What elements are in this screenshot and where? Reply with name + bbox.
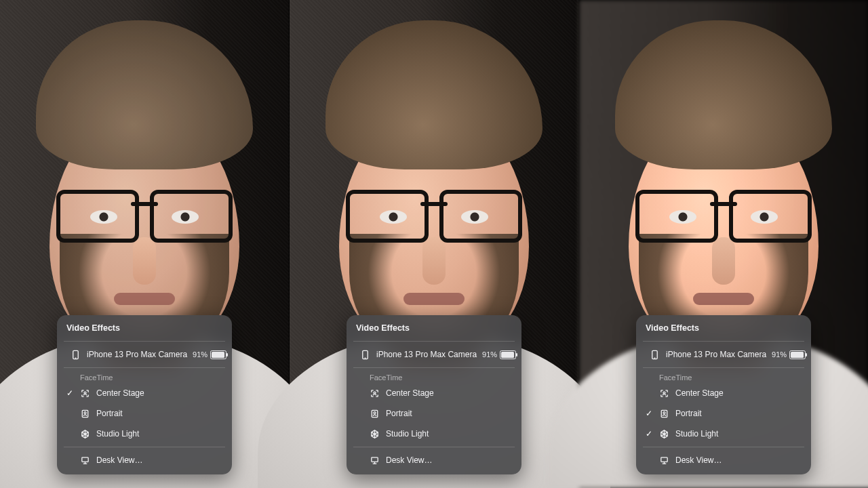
desk-view-icon [80, 455, 91, 466]
desk-view-label: Desk View… [96, 455, 224, 465]
effect-option-label: Portrait [675, 409, 803, 418]
studio-light-icon [659, 429, 670, 439]
checkmark-icon: ✓ [65, 388, 75, 398]
svg-point-2 [84, 392, 86, 394]
battery-status: 91% [193, 350, 226, 359]
divider [643, 367, 804, 368]
portrait-icon [80, 409, 91, 419]
panel-title: Video Effects [636, 322, 811, 338]
device-row[interactable]: iPhone 13 Pro Max Camera 91% [347, 344, 521, 365]
effects-option-list: Center Stage Portrait Studio Light [347, 383, 521, 444]
panel-title: Video Effects [57, 322, 232, 338]
desk-view-icon [659, 455, 670, 466]
effect-option-center-stage[interactable]: Center Stage [636, 383, 811, 403]
divider [353, 447, 515, 447]
camera-pane: Video Effects iPhone 13 Pro Max Camera 9… [290, 0, 579, 488]
effect-option-label: Portrait [386, 409, 513, 418]
effect-option-label: Studio Light [96, 429, 224, 439]
device-row[interactable]: iPhone 13 Pro Max Camera 91% [57, 344, 232, 365]
center-stage-icon [659, 388, 670, 399]
divider [353, 367, 515, 368]
effect-option-studio-light[interactable]: ✓ Studio Light [636, 424, 811, 444]
device-row[interactable]: iPhone 13 Pro Max Camera 91% [636, 344, 811, 365]
divider [64, 341, 225, 342]
battery-icon [210, 350, 226, 359]
camera-pane: Video Effects iPhone 13 Pro Max Camera 9… [579, 0, 868, 488]
desk-view-item[interactable]: Desk View… [347, 450, 521, 470]
desk-view-icon [370, 455, 380, 466]
effect-option-studio-light[interactable]: Studio Light [57, 424, 232, 444]
effects-option-list: ✓ Center Stage Portrait Studio Light [57, 383, 232, 444]
device-label: iPhone 13 Pro Max Camera [87, 350, 187, 359]
device-label: iPhone 13 Pro Max Camera [376, 350, 477, 359]
studio-light-icon [80, 429, 91, 439]
portrait-icon [659, 409, 670, 419]
effect-option-label: Portrait [96, 409, 224, 418]
effect-option-portrait[interactable]: ✓ Portrait [636, 403, 811, 424]
section-header: FaceTime [347, 371, 521, 383]
divider [64, 367, 225, 368]
desk-view-label: Desk View… [386, 455, 513, 465]
checkmark-icon: ✓ [644, 409, 654, 418]
studio-light-icon [370, 429, 380, 439]
effect-option-label: Studio Light [386, 429, 513, 439]
center-stage-icon [80, 388, 91, 399]
svg-point-20 [663, 411, 665, 413]
smartphone-icon [650, 350, 660, 360]
svg-point-4 [84, 411, 86, 413]
video-effects-panel: Video Effects iPhone 13 Pro Max Camera 9… [347, 315, 521, 474]
effect-option-portrait[interactable]: Portrait [57, 403, 232, 424]
battery-icon [789, 350, 806, 359]
divider [353, 341, 515, 342]
effect-option-label: Center Stage [386, 388, 513, 398]
svg-rect-13 [372, 457, 378, 462]
checkmark-icon: ✓ [644, 429, 654, 439]
divider [64, 447, 225, 447]
effect-option-studio-light[interactable]: Studio Light [347, 424, 521, 444]
camera-pane: Video Effects iPhone 13 Pro Max Camera 9… [0, 0, 290, 488]
effect-option-center-stage[interactable]: Center Stage [347, 383, 521, 403]
smartphone-icon [71, 350, 81, 360]
desk-view-item[interactable]: Desk View… [636, 450, 811, 470]
portrait-icon [370, 409, 380, 419]
svg-rect-21 [661, 457, 667, 462]
svg-point-18 [663, 392, 665, 394]
comparison-row: Video Effects iPhone 13 Pro Max Camera 9… [0, 0, 868, 488]
section-header: FaceTime [636, 371, 811, 383]
svg-point-12 [374, 411, 376, 413]
divider [643, 341, 804, 342]
effect-option-label: Center Stage [675, 388, 803, 398]
effect-option-center-stage[interactable]: ✓ Center Stage [57, 383, 232, 403]
battery-status: 91% [482, 350, 516, 359]
svg-point-10 [374, 392, 376, 394]
effect-option-label: Center Stage [96, 388, 224, 398]
video-effects-panel: Video Effects iPhone 13 Pro Max Camera 9… [57, 315, 232, 474]
desk-view-item[interactable]: Desk View… [57, 450, 232, 470]
video-effects-panel: Video Effects iPhone 13 Pro Max Camera 9… [636, 315, 811, 474]
panel-title: Video Effects [347, 322, 521, 338]
center-stage-icon [370, 388, 380, 399]
desk-view-label: Desk View… [675, 455, 803, 465]
section-header: FaceTime [57, 371, 232, 383]
effect-option-label: Studio Light [675, 429, 803, 439]
device-label: iPhone 13 Pro Max Camera [666, 350, 766, 359]
svg-rect-5 [82, 457, 88, 462]
battery-status: 91% [772, 350, 806, 359]
divider [643, 447, 804, 447]
effect-option-portrait[interactable]: Portrait [347, 403, 521, 424]
battery-icon [500, 350, 516, 359]
smartphone-icon [360, 350, 371, 360]
effects-option-list: Center Stage ✓ Portrait ✓ Studio Light [636, 383, 811, 444]
